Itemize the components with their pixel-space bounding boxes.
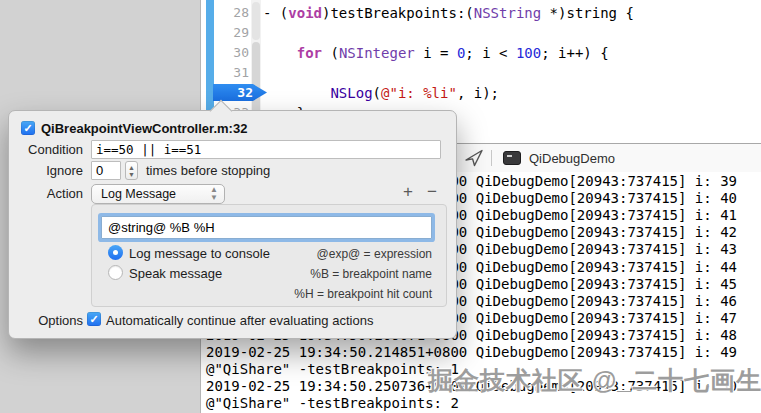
hint-expression: @exp@ = expression <box>317 247 432 261</box>
code-text: - (void)testBreakpoints:(NSString *)stri… <box>263 3 634 23</box>
ignore-stepper[interactable]: ▲ ▼ <box>125 161 138 180</box>
chevron-up-down-icon: ▲▼ <box>210 186 218 202</box>
line-number[interactable]: 30 <box>215 43 249 63</box>
console-line: @"QiShare" -testBreakpoints: 1 <box>206 361 459 378</box>
radio-log-message-label: Log message to console <box>129 246 270 261</box>
popover-title: QiBreakpointViewController.m:32 <box>41 121 247 136</box>
screenshot-stage: 28- (void)testBreakpoints:(NSString *)st… <box>0 0 761 413</box>
line-number[interactable]: 31 <box>215 63 249 83</box>
code-line: 31 <box>201 63 761 83</box>
auto-continue-label: Automatically continue after evaluating … <box>106 313 373 328</box>
code-line: 28- (void)testBreakpoints:(NSString *)st… <box>201 3 761 23</box>
condition-input[interactable] <box>91 140 441 159</box>
breakpoint-popover: ✓ QiBreakpointViewController.m:32 Condit… <box>8 110 457 339</box>
hint-hit-count: %H = breakpoint hit count <box>294 287 432 301</box>
radio-speak-message-label: Speak message <box>129 266 222 281</box>
code-text: NSLog(@"i: %li", i); <box>263 83 499 103</box>
code-line: 30 for (NSInteger i = 0; i < 100; i++) { <box>201 43 761 63</box>
ignore-label: Ignore <box>9 163 83 178</box>
remove-action-button[interactable]: − <box>423 181 441 203</box>
log-message-input[interactable] <box>101 216 432 239</box>
auto-continue-checkbox[interactable]: ✓ <box>87 312 101 326</box>
action-popup-button[interactable]: Log Message ▲▼ <box>91 184 225 204</box>
breakpoint-enabled-checkbox[interactable]: ✓ <box>21 121 35 135</box>
location-arrow-icon[interactable] <box>463 148 485 168</box>
debugbar-separator <box>491 150 492 166</box>
console-line: @"QiShare" -testBreakpoints: 2 <box>206 395 459 412</box>
condition-label: Condition <box>9 142 83 157</box>
action-label: Action <box>9 186 83 201</box>
hint-breakpoint-name: %B = breakpoint name <box>310 267 432 281</box>
stepper-down-icon[interactable]: ▼ <box>126 171 137 179</box>
line-number[interactable]: 28 <box>215 3 249 23</box>
line-number: 32 <box>213 84 253 101</box>
watermark-text: 掘金技术社区 @_二十七画生 <box>428 364 761 397</box>
action-popup-value: Log Message <box>101 187 176 201</box>
options-label: Options <box>9 313 83 328</box>
line-number[interactable]: 29 <box>215 23 249 43</box>
code-line: 32 NSLog(@"i: %li", i); <box>201 83 761 103</box>
console-line: 2019-02-25 19:34:50.214851+0800 QiDebugD… <box>206 344 737 361</box>
code-line: 29 <box>201 23 761 43</box>
code-text: for (NSInteger i = 0; i < 100; i++) { <box>263 43 609 63</box>
add-action-button[interactable]: + <box>399 181 417 203</box>
terminal-icon <box>503 151 521 165</box>
breakpoint-marker[interactable]: 32 <box>213 84 267 101</box>
radio-log-message[interactable] <box>108 245 123 260</box>
process-name[interactable]: QiDebugDemo <box>529 151 615 166</box>
ignore-count-input[interactable] <box>91 161 121 180</box>
radio-speak-message[interactable] <box>108 265 123 280</box>
ignore-suffix-label: times before stopping <box>146 163 270 178</box>
